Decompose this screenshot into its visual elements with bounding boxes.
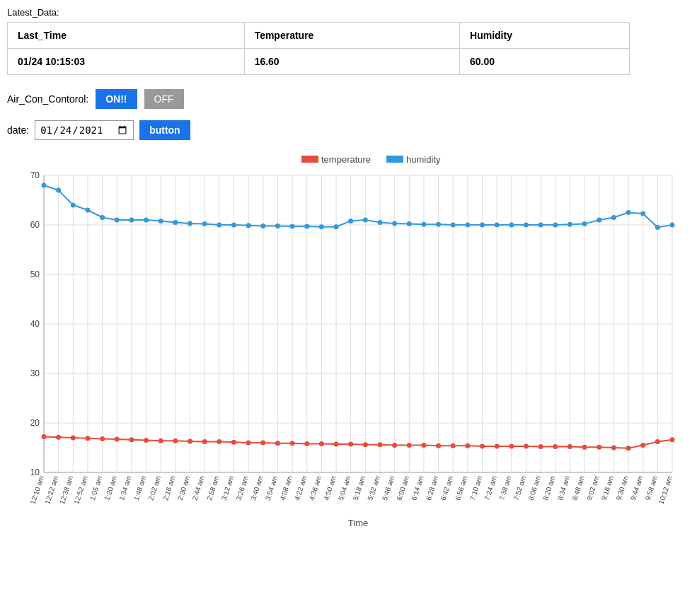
table-row: 01/24 10:15:03 16.60 60.00 [8,49,630,75]
col-humidity: Humidity [460,23,630,49]
cell-last-time: 01/24 10:15:03 [8,49,245,75]
latest-data-label: Latest_Data: [7,7,690,18]
col-temperature: Temperature [244,23,459,49]
date-input[interactable] [35,120,134,140]
date-button[interactable]: button [139,120,190,140]
btn-on[interactable]: ON!! [96,89,137,109]
chart-container [7,147,686,529]
cell-temperature: 16.60 [244,49,459,75]
btn-off[interactable]: OFF [144,89,184,109]
air-con-label: Air_Con_Contorol: [7,93,88,105]
col-last-time: Last_Time [8,23,245,49]
cell-humidity: 60.00 [460,49,630,75]
chart-canvas [7,147,686,529]
date-label: date: [7,124,29,136]
data-table: Last_Time Temperature Humidity 01/24 10:… [7,22,630,75]
date-row: date: button [7,120,690,140]
air-con-control: Air_Con_Contorol: ON!! OFF [7,89,690,109]
